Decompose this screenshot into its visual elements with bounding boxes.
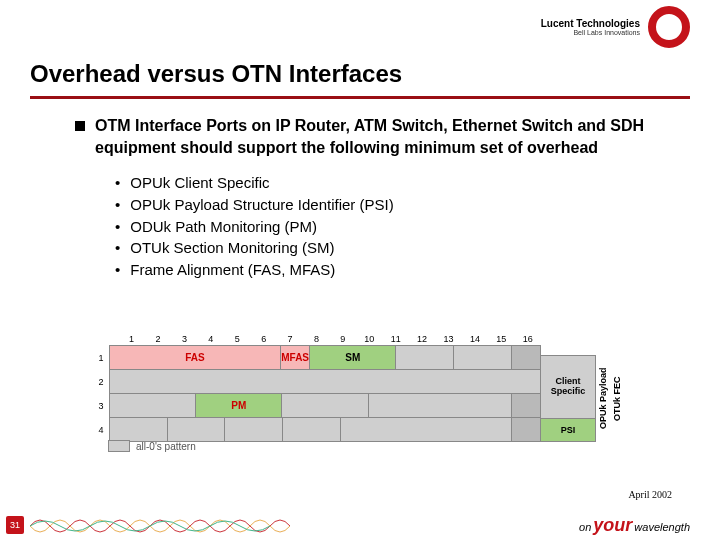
page-title: Overhead versus OTN Interfaces xyxy=(30,60,402,88)
ring-icon xyxy=(648,6,690,48)
list-item: Frame Alignment (FAS, MFAS) xyxy=(115,259,670,281)
legend: all-0's pattern xyxy=(108,440,196,452)
brand-name-text: Lucent Technologies xyxy=(541,18,640,29)
brand-logo: Lucent Technologies Bell Labs Innovation… xyxy=(541,6,690,48)
legend-label: all-0's pattern xyxy=(136,441,196,452)
brand-name: Lucent Technologies Bell Labs Innovation… xyxy=(541,18,640,36)
client-specific-cell: Client Specific xyxy=(540,355,596,419)
list-item: OPUk Payload Structure Identifier (PSI) xyxy=(115,194,670,216)
slide: Lucent Technologies Bell Labs Innovation… xyxy=(0,0,720,540)
legend-swatch-icon xyxy=(108,440,130,452)
list-item: OPUk Client Specific xyxy=(115,172,670,194)
list-item: ODUk Path Monitoring (PM) xyxy=(115,216,670,238)
table-row: 1 FAS MFAS SM xyxy=(92,346,541,370)
list-item: OTUk Section Monitoring (SM) xyxy=(115,237,670,259)
table-row: 3 PM xyxy=(92,394,541,418)
table-col-headers: 12345678910111213141516 xyxy=(92,332,541,346)
bullet-level1-text: OTM Interface Ports on IP Router, ATM Sw… xyxy=(95,115,670,158)
bullet-level2-list: OPUk Client Specific OPUk Payload Struct… xyxy=(115,172,670,281)
vertical-labels: OPUk Payload OTUk FEC xyxy=(596,355,652,442)
pm-cell: PM xyxy=(195,393,282,418)
table-row: 2 xyxy=(92,370,541,394)
footer-date: April 2002 xyxy=(628,489,672,500)
footer-tagline: on your wavelength xyxy=(579,515,690,536)
body-content: OTM Interface Ports on IP Router, ATM Sw… xyxy=(75,115,670,281)
title-rule xyxy=(30,96,690,99)
overhead-table: 12345678910111213141516 1 FAS MFAS SM 2 … xyxy=(92,332,652,442)
square-bullet-icon xyxy=(75,121,85,131)
sm-cell: SM xyxy=(309,345,396,370)
mfas-cell: MFAS xyxy=(280,345,310,370)
fas-cell: FAS xyxy=(109,345,281,370)
table-row: 4 xyxy=(92,418,541,442)
brand-subtext: Bell Labs Innovations xyxy=(541,29,640,36)
wave-decoration-icon xyxy=(30,514,290,538)
page-number: 31 xyxy=(6,516,24,534)
client-specific-col: Client Specific PSI xyxy=(540,355,596,442)
bullet-level1: OTM Interface Ports on IP Router, ATM Sw… xyxy=(75,115,670,158)
psi-cell: PSI xyxy=(540,418,596,442)
